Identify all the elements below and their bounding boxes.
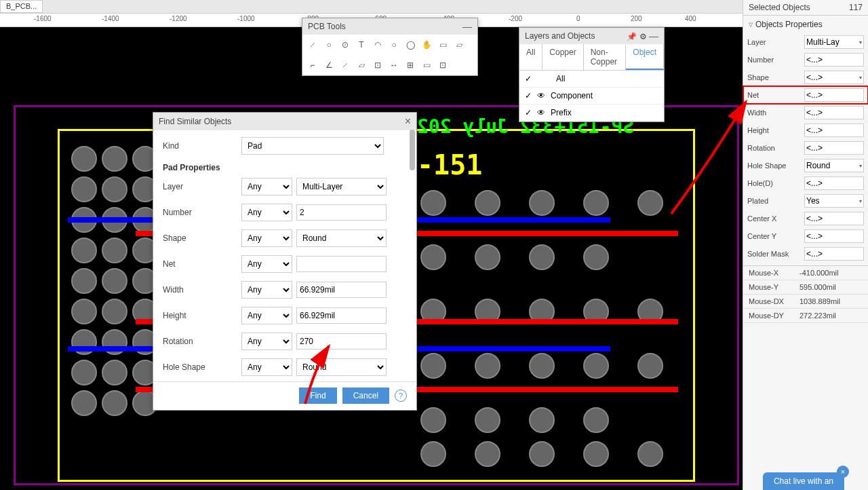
minimize-icon[interactable]: — bbox=[462, 21, 472, 32]
pad[interactable] bbox=[475, 407, 500, 433]
measure-tool-icon[interactable]: ↔ bbox=[387, 58, 401, 73]
pad[interactable] bbox=[475, 190, 500, 216]
pad[interactable] bbox=[637, 353, 663, 379]
polyline-tool-icon[interactable]: ⟋ bbox=[338, 58, 353, 73]
cancel-button[interactable]: Cancel bbox=[342, 388, 389, 404]
pad[interactable] bbox=[102, 360, 127, 385]
hole shape-value-select[interactable]: Round bbox=[296, 358, 387, 376]
pcb-tools-title[interactable]: PCB Tools — bbox=[302, 18, 477, 35]
pad[interactable] bbox=[71, 146, 97, 172]
pad[interactable] bbox=[583, 190, 609, 216]
region-tool-icon[interactable]: ▱ bbox=[354, 58, 369, 73]
layer-value-select[interactable]: Multi-Layer bbox=[296, 178, 387, 195]
net-value-input[interactable] bbox=[296, 256, 387, 272]
pad[interactable] bbox=[102, 299, 127, 324]
pad[interactable] bbox=[71, 360, 97, 385]
prop-value[interactable]: <...> bbox=[804, 124, 864, 137]
prop-value[interactable]: <...> bbox=[804, 106, 864, 119]
help-icon[interactable]: ? bbox=[395, 390, 407, 402]
pan-tool-icon[interactable]: ✋ bbox=[419, 37, 434, 52]
pad[interactable] bbox=[420, 353, 446, 379]
pad[interactable] bbox=[420, 441, 446, 467]
pin-icon[interactable]: 📌 bbox=[627, 32, 637, 41]
shape-value-select[interactable]: Round bbox=[296, 229, 387, 247]
objects-properties-header[interactable]: ▽ Objects Properties bbox=[743, 16, 868, 33]
pad[interactable] bbox=[529, 407, 555, 433]
layer-row[interactable]: ✓All bbox=[519, 71, 664, 88]
pad[interactable] bbox=[102, 146, 127, 172]
pad[interactable] bbox=[637, 190, 663, 216]
via-tool-icon[interactable]: ⊙ bbox=[338, 37, 353, 52]
pad[interactable] bbox=[420, 190, 446, 216]
pad[interactable] bbox=[102, 390, 127, 416]
image-tool-icon[interactable]: ▱ bbox=[452, 37, 467, 52]
pad[interactable] bbox=[71, 390, 97, 416]
angle-tool-icon[interactable]: ∠ bbox=[321, 58, 336, 73]
net-op-select[interactable]: Any bbox=[241, 255, 292, 273]
height-value-input[interactable] bbox=[296, 307, 387, 324]
eye-icon[interactable]: 👁 bbox=[537, 108, 545, 117]
group-tool-icon[interactable]: ⊡ bbox=[435, 58, 450, 73]
hole-tool-icon[interactable]: ⊡ bbox=[370, 58, 385, 73]
pad[interactable] bbox=[71, 176, 97, 202]
pad[interactable] bbox=[583, 244, 609, 270]
layers-tab-copper[interactable]: Copper bbox=[542, 44, 583, 70]
pad[interactable] bbox=[637, 441, 663, 467]
rotation-value-input[interactable] bbox=[296, 333, 387, 350]
chat-close-icon[interactable]: × bbox=[837, 466, 849, 478]
layers-tab-non-copper[interactable]: Non-Copper bbox=[584, 44, 627, 70]
arc-tool-icon[interactable]: ◠ bbox=[370, 37, 385, 52]
pad[interactable] bbox=[529, 190, 555, 216]
pad[interactable] bbox=[420, 244, 446, 270]
close-icon[interactable]: × bbox=[405, 115, 411, 128]
minimize-icon[interactable]: — bbox=[649, 31, 658, 41]
chat-widget[interactable]: Chat live with an bbox=[763, 472, 844, 490]
shape-op-select[interactable]: Any bbox=[241, 229, 292, 247]
prop-value[interactable]: <...> bbox=[804, 141, 864, 155]
prop-value[interactable]: <...> bbox=[804, 88, 864, 102]
pad[interactable] bbox=[529, 441, 555, 467]
pad[interactable] bbox=[529, 353, 555, 379]
pad[interactable] bbox=[475, 441, 500, 467]
layers-title[interactable]: Layers and Objects 📌 ⚙ — bbox=[519, 28, 664, 44]
layer-op-select[interactable]: Any bbox=[241, 178, 292, 195]
height-op-select[interactable]: Any bbox=[241, 307, 292, 324]
layers-tab-object[interactable]: Object bbox=[626, 44, 664, 70]
pad[interactable] bbox=[102, 268, 127, 294]
pad[interactable] bbox=[583, 441, 609, 467]
pad[interactable] bbox=[475, 353, 500, 379]
width-value-input[interactable] bbox=[296, 282, 387, 298]
pad[interactable] bbox=[529, 244, 555, 270]
ellipse-tool-icon[interactable]: ◯ bbox=[403, 37, 418, 52]
track-tool-icon[interactable]: ⟋ bbox=[305, 37, 320, 52]
line-tool-icon[interactable]: ⌐ bbox=[305, 58, 320, 73]
circle-tool-icon[interactable]: ○ bbox=[387, 37, 401, 52]
pad[interactable] bbox=[71, 299, 97, 324]
find-title-bar[interactable]: Find Similar Objects × bbox=[153, 113, 416, 130]
prop-value[interactable]: <...> bbox=[804, 53, 864, 67]
prop-value[interactable]: Yes▾ bbox=[804, 194, 864, 208]
prop-value[interactable]: Round▾ bbox=[804, 159, 864, 172]
layer-row[interactable]: ✓👁Component bbox=[519, 88, 664, 105]
pad-tool-icon[interactable]: ○ bbox=[321, 37, 336, 52]
prop-value[interactable]: <...> bbox=[804, 247, 864, 261]
pad[interactable] bbox=[71, 268, 97, 294]
text-tool-icon[interactable]: T bbox=[354, 37, 369, 52]
pad[interactable] bbox=[102, 238, 127, 263]
kind-select[interactable]: Pad bbox=[241, 137, 384, 155]
layers-tab-all[interactable]: All bbox=[519, 44, 542, 70]
prop-value[interactable]: <...> bbox=[804, 229, 864, 243]
rotation-op-select[interactable]: Any bbox=[241, 333, 292, 350]
prop-value[interactable]: <...> bbox=[804, 212, 864, 225]
find-button[interactable]: Find bbox=[299, 388, 336, 404]
pad[interactable] bbox=[475, 244, 500, 270]
layer-row[interactable]: ✓👁Prefix bbox=[519, 105, 664, 121]
pad[interactable] bbox=[583, 407, 609, 433]
eye-icon[interactable]: 👁 bbox=[537, 91, 545, 100]
copper-tool-icon[interactable]: ▭ bbox=[419, 58, 434, 73]
dialog-scrollbar[interactable] bbox=[410, 130, 415, 170]
rect-tool-icon[interactable]: ▭ bbox=[435, 37, 450, 52]
number-op-select[interactable]: Any bbox=[241, 204, 292, 221]
file-tab[interactable]: B_PCB... bbox=[0, 0, 43, 13]
pad[interactable] bbox=[583, 353, 609, 379]
